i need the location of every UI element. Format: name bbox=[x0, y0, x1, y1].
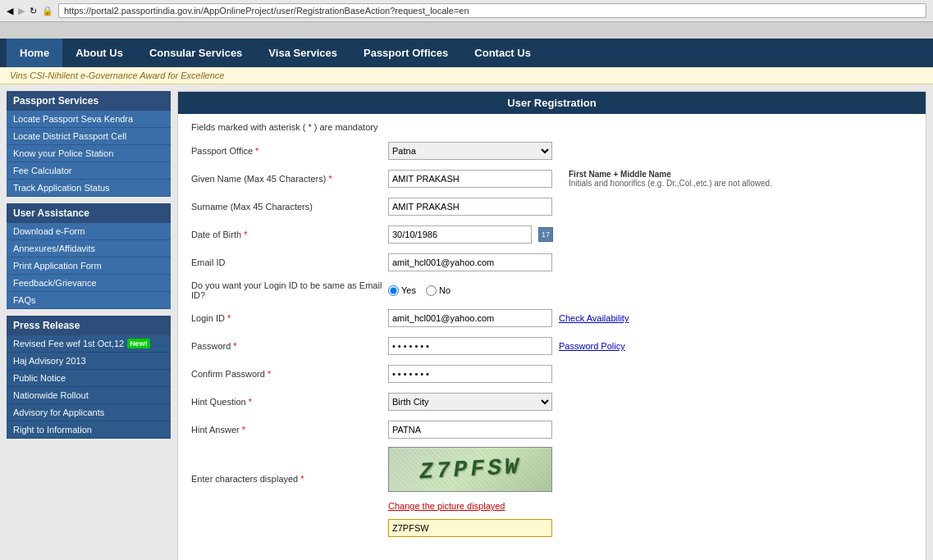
sidebar-item-annexures[interactable]: Annexures/Affidavits bbox=[7, 240, 171, 257]
given-name-row: Given Name (Max 45 Characters) * First N… bbox=[191, 168, 912, 189]
surname-input[interactable] bbox=[388, 198, 552, 216]
browser-forward-icon[interactable]: ▶ bbox=[18, 6, 25, 16]
browser-back-icon[interactable]: ◀ bbox=[7, 6, 13, 16]
password-policy-button[interactable]: Password Policy bbox=[559, 341, 625, 351]
sidebar-item-track-status[interactable]: Track Application Status bbox=[7, 180, 171, 197]
form-header: User Registration bbox=[178, 92, 926, 114]
nav-home[interactable]: Home bbox=[7, 39, 62, 67]
url-bar[interactable] bbox=[58, 3, 926, 18]
confirm-password-controls bbox=[388, 365, 552, 383]
press-item-rti[interactable]: Right to Information bbox=[7, 421, 171, 439]
surname-label: Surname (Max 45 Characters) bbox=[191, 202, 388, 212]
main-content: User Registration Fields marked with ast… bbox=[177, 91, 926, 560]
sidebar-item-police-station[interactable]: Know your Police Station bbox=[7, 145, 171, 162]
passport-office-controls: Patna bbox=[388, 142, 552, 160]
dob-controls: 17 bbox=[388, 225, 553, 244]
password-row: Password * Password Policy bbox=[191, 335, 912, 357]
page-wrapper: Home About Us Consular Services Visa Ser… bbox=[0, 39, 933, 560]
sidebar-item-locate-district[interactable]: Locate District Passport Cell bbox=[7, 128, 171, 145]
radio-yes-label[interactable]: Yes bbox=[388, 285, 416, 296]
form-body: Fields marked with asterisk ( * ) are ma… bbox=[178, 114, 926, 553]
sidebar-item-download-eform[interactable]: Download e-Form bbox=[7, 223, 171, 240]
hint-answer-controls bbox=[388, 421, 552, 439]
hint-answer-label: Hint Answer * bbox=[191, 425, 388, 435]
required-star: * bbox=[329, 174, 332, 184]
required-star: * bbox=[268, 369, 271, 379]
login-same-row: Do you want your Login ID to be same as … bbox=[191, 280, 912, 301]
given-name-controls: First Name + Middle Name Initials and ho… bbox=[388, 170, 772, 188]
nav-about[interactable]: About Us bbox=[62, 39, 136, 67]
sidebar-item-locate-seva-kendra[interactable]: Locate Passport Seva Kendra bbox=[7, 111, 171, 128]
captcha-display-label: Enter characters displayed * bbox=[191, 474, 388, 484]
password-input[interactable] bbox=[388, 337, 552, 355]
sidebar-item-feedback[interactable]: Feedback/Grievance bbox=[7, 275, 171, 292]
nav-contact[interactable]: Contact Us bbox=[461, 39, 544, 67]
browser-bar: ◀ ▶ ↻ 🔒 bbox=[0, 0, 933, 22]
calendar-icon[interactable]: 17 bbox=[538, 227, 553, 242]
press-item-label: Right to Information bbox=[13, 425, 92, 435]
required-star: * bbox=[233, 341, 236, 351]
dob-input[interactable] bbox=[388, 225, 532, 244]
browser-refresh-icon[interactable]: ↻ bbox=[30, 6, 37, 16]
radio-no[interactable] bbox=[426, 285, 437, 296]
radio-yes[interactable] bbox=[388, 285, 399, 296]
required-star: * bbox=[255, 146, 258, 156]
press-item-revised-fee[interactable]: Revised Fee wef 1st Oct,12 New! bbox=[7, 335, 171, 353]
login-id-row: Login ID * Check Availability bbox=[191, 307, 912, 329]
press-item-label: Public Notice bbox=[13, 373, 66, 383]
hint-question-controls: Birth City bbox=[388, 393, 552, 411]
login-same-radio-group: Yes No bbox=[388, 285, 450, 296]
main-nav: Home About Us Consular Services Visa Ser… bbox=[0, 39, 933, 67]
passport-office-label: Passport Office * bbox=[191, 146, 388, 156]
radio-no-text: No bbox=[439, 285, 450, 295]
content-area: Passport Services Locate Passport Seva K… bbox=[0, 84, 933, 560]
confirm-password-row: Confirm Password * bbox=[191, 363, 912, 385]
nav-passport-offices[interactable]: Passport Offices bbox=[350, 39, 461, 67]
sidebar-item-faqs[interactable]: FAQs bbox=[7, 292, 171, 309]
email-controls bbox=[388, 253, 552, 271]
hint-answer-input[interactable] bbox=[388, 421, 552, 439]
press-item-nationwide[interactable]: Nationwide Rollout bbox=[7, 387, 171, 404]
dob-label: Date of Birth * bbox=[191, 230, 388, 239]
hint-question-select[interactable]: Birth City bbox=[388, 393, 552, 411]
email-row: Email ID bbox=[191, 252, 912, 273]
confirm-password-input[interactable] bbox=[388, 365, 552, 383]
captcha-text: Z7PFSW bbox=[418, 454, 522, 485]
passport-office-row: Passport Office * Patna bbox=[191, 140, 912, 162]
award-banner: Vins CSI-Nihilent e-Governance Award for… bbox=[0, 67, 933, 84]
required-star: * bbox=[244, 230, 247, 239]
radio-yes-text: Yes bbox=[401, 285, 416, 295]
captcha-image: Z7PFSW bbox=[388, 447, 552, 492]
change-picture-link[interactable]: Change the picture displayed bbox=[388, 501, 505, 511]
award-text: Vins CSI-Nihilent e-Governance Award for… bbox=[10, 71, 224, 80]
surname-controls bbox=[388, 198, 552, 216]
email-input[interactable] bbox=[388, 253, 552, 271]
press-item-label: Revised Fee wef 1st Oct,12 bbox=[13, 339, 124, 348]
dob-row: Date of Birth * 17 bbox=[191, 224, 912, 245]
press-item-public-notice[interactable]: Public Notice bbox=[7, 370, 171, 387]
sidebar-item-print-form[interactable]: Print Application Form bbox=[7, 257, 171, 275]
browser-tabs bbox=[0, 22, 933, 39]
password-controls: Password Policy bbox=[388, 337, 625, 355]
given-name-note: First Name + Middle Name Initials and ho… bbox=[569, 170, 772, 188]
nav-consular[interactable]: Consular Services bbox=[136, 39, 255, 67]
required-star: * bbox=[249, 397, 252, 407]
confirm-password-label: Confirm Password * bbox=[191, 369, 388, 379]
captcha-input[interactable] bbox=[388, 519, 552, 537]
given-name-input[interactable] bbox=[388, 170, 552, 188]
passport-office-select[interactable]: Patna bbox=[388, 142, 552, 160]
hint-question-label: Hint Question * bbox=[191, 397, 388, 407]
press-item-haj[interactable]: Haj Advisory 2013 bbox=[7, 353, 171, 370]
login-same-controls: Yes No bbox=[388, 285, 450, 296]
radio-no-label[interactable]: No bbox=[426, 285, 450, 296]
nav-visa[interactable]: Visa Services bbox=[255, 39, 350, 67]
press-item-label: Advisory for Applicants bbox=[13, 407, 104, 417]
required-star: * bbox=[227, 313, 231, 323]
note-text: Initials and honorifics (e.g. Dr.,Col.,e… bbox=[569, 179, 772, 188]
new-badge: New! bbox=[127, 339, 150, 348]
login-id-input[interactable] bbox=[388, 309, 552, 327]
sidebar-item-fee-calculator[interactable]: Fee Calculator bbox=[7, 162, 171, 180]
check-availability-button[interactable]: Check Availability bbox=[559, 313, 629, 323]
press-item-advisory[interactable]: Advisory for Applicants bbox=[7, 404, 171, 421]
press-item-label: Haj Advisory 2013 bbox=[13, 356, 86, 366]
